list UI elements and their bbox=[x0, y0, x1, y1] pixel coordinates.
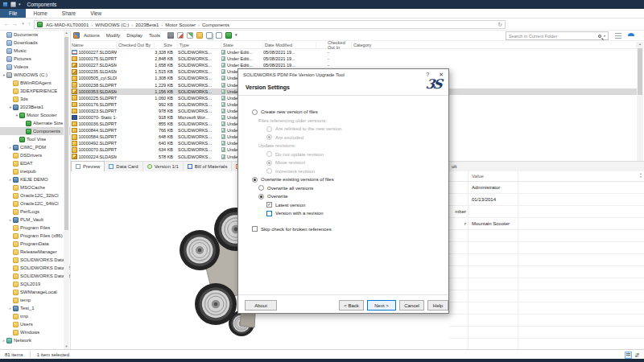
sidebar-item-windows-c[interactable]: ▾WINDOWS (C:) bbox=[0, 71, 70, 79]
sidebar-item-3ds[interactable]: 3ds bbox=[0, 95, 70, 103]
radio-overwrite[interactable]: Overwrite bbox=[238, 192, 448, 201]
cancel-button[interactable]: Cancel bbox=[399, 300, 424, 311]
sidebar-item-videos[interactable]: Videos bbox=[0, 63, 70, 71]
sidebar-item-temp[interactable]: temp bbox=[0, 296, 70, 304]
help-button[interactable]: Help bbox=[427, 300, 448, 311]
search-input[interactable]: Search in Current Folder ▾ bbox=[506, 31, 609, 40]
sidebar-item-downloads[interactable]: Downloads bbox=[0, 39, 70, 47]
sidebar-item-oracle12c-32bcl[interactable]: Oracle12C_32bCl bbox=[0, 191, 70, 200]
tab-bill-of-materials[interactable]: Bill of Materials bbox=[184, 162, 233, 171]
check-out-icon[interactable] bbox=[177, 32, 184, 39]
check-latest-version[interactable]: Latest version bbox=[238, 201, 448, 210]
sidebar-item-music[interactable]: Music bbox=[0, 47, 70, 55]
sidebar-item-network[interactable]: ▸Network bbox=[0, 336, 70, 344]
sidebar-item-releasemanager[interactable]: ReleaseManager bbox=[0, 248, 70, 256]
breadcrumb-segment-2023beta1[interactable]: 2023Beta1 bbox=[134, 23, 159, 27]
sidebar-scrollbar[interactable]: ▲ ▼ bbox=[64, 31, 69, 349]
back-button[interactable]: < Back bbox=[339, 300, 364, 311]
column-header-category[interactable]: Category bbox=[352, 42, 637, 48]
scrollbar-thumb[interactable] bbox=[64, 37, 68, 230]
radio-create-new-version-of-files[interactable]: Create new version of files bbox=[238, 108, 448, 117]
document-icon[interactable] bbox=[216, 32, 222, 39]
quick-access-dropdown-icon[interactable]: ▾ bbox=[19, 2, 21, 7]
radio-control[interactable] bbox=[252, 109, 258, 115]
sidebar-item-solidworks-data-2[interactable]: SOLIDWORKS Data (2) bbox=[0, 264, 70, 272]
details-view-button[interactable] bbox=[625, 352, 632, 359]
breadcrumb-segment-motor-scooter[interactable]: Motor Scooter bbox=[164, 23, 196, 27]
pin-icon[interactable] bbox=[167, 32, 174, 39]
breadcrumb-segment-windows-c[interactable]: WINDOWS (C:) bbox=[94, 23, 130, 27]
radio-control[interactable] bbox=[252, 177, 258, 183]
scroll-up-icon[interactable]: ▲ bbox=[637, 42, 643, 47]
sidebar-item-plm-vault[interactable]: ▸PLM_Vault bbox=[0, 216, 70, 224]
sidebar-item-inetpub[interactable]: inetpub bbox=[0, 167, 70, 175]
search-icon[interactable] bbox=[598, 35, 601, 38]
sidebar-item-components[interactable]: Components bbox=[0, 127, 70, 135]
back-icon[interactable]: ← bbox=[3, 21, 10, 27]
sidebar-item-msocache[interactable]: MSOCache bbox=[0, 183, 70, 191]
refresh-icon[interactable]: ↻ bbox=[497, 22, 502, 28]
check-skip-check-for-broken-references[interactable]: Skip check for broken references bbox=[238, 225, 448, 234]
breadcrumb[interactable]: AG-MAD-KLT00001›WINDOWS (C:)›2023Beta1›M… bbox=[34, 20, 506, 29]
file-row-10000227-slddrw[interactable]: 10000227.SLDDRW3,328 KBSOLIDWORKS...Unde… bbox=[71, 49, 637, 56]
sidebar-item-motor-scooter[interactable]: ▾Motor Scooter bbox=[0, 111, 70, 119]
forward-icon[interactable]: → bbox=[11, 21, 19, 27]
sidebar-item-sql2019[interactable]: SQL2019 bbox=[0, 280, 70, 288]
sidebar-item-edat[interactable]: EDAT bbox=[0, 159, 70, 167]
sidebar-item-users[interactable]: Users bbox=[0, 320, 70, 328]
get-latest-icon[interactable] bbox=[196, 32, 203, 39]
sidebar-item-test-1[interactable]: ▸Test_1 bbox=[0, 304, 70, 312]
column-header-name[interactable]: Name bbox=[71, 42, 117, 48]
dialog-titlebar[interactable]: SOLIDWORKS PDM File Version Upgrade Tool… bbox=[238, 69, 448, 80]
menu-tab-file[interactable]: File bbox=[0, 9, 26, 18]
column-header-checked-out-by[interactable]: Checked Out By bbox=[117, 42, 155, 48]
next-button[interactable]: Next > bbox=[367, 300, 396, 311]
sidebar-item-tmp[interactable]: tmp bbox=[0, 312, 70, 320]
radio-overwrite-all-versions[interactable]: Overwrite all versions bbox=[238, 184, 448, 193]
tab-version-1-1[interactable]: Version 1/1 bbox=[143, 162, 184, 171]
more-icon[interactable]: ▾ bbox=[235, 32, 237, 39]
radio-control[interactable] bbox=[258, 194, 264, 200]
sidebar-item-bwinrdagent[interactable]: BWinRDAgent bbox=[0, 79, 70, 87]
sidebar-item-2023beta1[interactable]: ▾2023Beta1 bbox=[0, 103, 70, 111]
about-button[interactable]: About bbox=[245, 300, 277, 311]
check-version-with-a-revision[interactable]: Version with a revision bbox=[238, 209, 448, 218]
search-dropdown-icon[interactable]: ▾ bbox=[604, 34, 605, 38]
column-header-date-modified[interactable]: Date Modified bbox=[263, 42, 316, 48]
sidebar-item-dsdrivers[interactable]: DSDrivers bbox=[0, 151, 70, 159]
checkbox-control[interactable] bbox=[266, 211, 272, 216]
scroll-up-icon[interactable]: ▲ bbox=[64, 31, 69, 35]
sidebar-item-tool-vise[interactable]: Tool Vise bbox=[0, 135, 70, 143]
sidebar-item-programdata[interactable]: ProgramData bbox=[0, 240, 70, 248]
sidebar-item-pictures[interactable]: Pictures bbox=[0, 55, 70, 63]
column-header-type[interactable]: Type bbox=[178, 42, 221, 48]
check-in-icon[interactable] bbox=[187, 32, 193, 39]
thumbnails-view-button[interactable] bbox=[634, 352, 641, 359]
sidebar-item-windows[interactable]: Windows bbox=[0, 328, 70, 336]
tab-partial-label[interactable]: ult bbox=[449, 163, 459, 170]
sidebar-item-solidworks-data-3[interactable]: SOLIDWORKS Data (3) bbox=[0, 272, 70, 280]
copy-tree-icon[interactable] bbox=[206, 32, 213, 39]
checkbox-control[interactable] bbox=[252, 226, 258, 232]
sidebar-item-alternate-size[interactable]: Alternate Size bbox=[0, 119, 70, 127]
toolbar-menu-actions[interactable]: Actions bbox=[83, 33, 101, 38]
sidebar-item-solidworks-data[interactable]: SOLIDWORKS Data bbox=[0, 256, 70, 264]
sidebar-item-program-files[interactable]: Program Files bbox=[0, 224, 70, 232]
sidebar-item-perflogs[interactable]: PerfLogs bbox=[0, 208, 70, 216]
search-options-icon[interactable] bbox=[615, 33, 621, 39]
breadcrumb-segment-components[interactable]: Components bbox=[201, 23, 230, 27]
checkbox-control[interactable] bbox=[266, 202, 272, 208]
tab-data-card[interactable]: Data Card bbox=[105, 162, 142, 171]
column-header-checked-out-in[interactable]: Checked Out In bbox=[316, 42, 352, 48]
toolbar-menu-tools[interactable]: Tools bbox=[148, 33, 161, 38]
column-header-state[interactable]: State bbox=[221, 42, 263, 48]
radio-control[interactable] bbox=[258, 185, 264, 191]
column-header-size[interactable]: Size bbox=[155, 42, 178, 48]
collapse-panel-icon[interactable]: ▴▾ bbox=[640, 172, 642, 179]
logged-in-user-icon[interactable] bbox=[628, 32, 634, 39]
toolbar-menu-display[interactable]: Display bbox=[126, 33, 143, 38]
sidebar-item-keje-demo[interactable]: ▸KEJE DEMO bbox=[0, 175, 70, 183]
sidebar-item-program-files-x86[interactable]: Program Files (x86) bbox=[0, 232, 70, 240]
sidebar-item-documents[interactable]: Documents bbox=[0, 31, 70, 39]
sidebar-item-cimc-pdm[interactable]: ▸CIMC_PDM bbox=[0, 143, 70, 151]
